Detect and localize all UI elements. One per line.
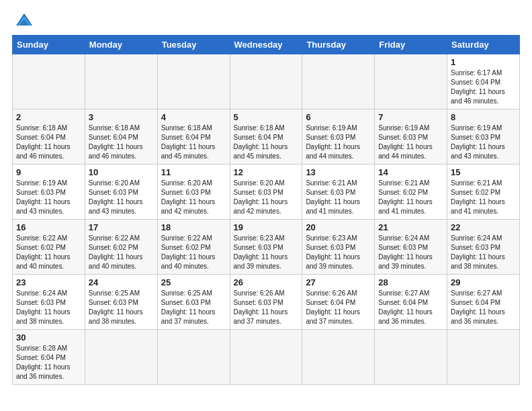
day-info: Sunrise: 6:24 AMSunset: 6:03 PMDaylight:… <box>451 234 516 271</box>
calendar-week-row: 30Sunrise: 6:28 AMSunset: 6:04 PMDayligh… <box>13 330 520 385</box>
day-info: Sunrise: 6:22 AMSunset: 6:02 PMDaylight:… <box>161 234 226 271</box>
calendar-cell: 4Sunrise: 6:18 AMSunset: 6:04 PMDaylight… <box>157 109 230 165</box>
calendar-cell: 10Sunrise: 6:20 AMSunset: 6:03 PMDayligh… <box>85 165 157 220</box>
day-info: Sunrise: 6:24 AMSunset: 6:03 PMDaylight:… <box>16 289 81 326</box>
day-number: 16 <box>16 222 81 232</box>
calendar-cell: 18Sunrise: 6:22 AMSunset: 6:02 PMDayligh… <box>157 220 230 275</box>
day-number: 14 <box>378 167 443 177</box>
calendar-cell <box>230 54 302 109</box>
day-info: Sunrise: 6:23 AMSunset: 6:03 PMDaylight:… <box>234 234 299 271</box>
calendar-cell: 21Sunrise: 6:24 AMSunset: 6:03 PMDayligh… <box>375 220 447 275</box>
day-number: 11 <box>161 167 226 177</box>
day-number: 9 <box>16 167 81 177</box>
calendar-cell <box>13 54 85 109</box>
day-info: Sunrise: 6:24 AMSunset: 6:03 PMDaylight:… <box>378 234 443 271</box>
calendar-cell: 1Sunrise: 6:17 AMSunset: 6:04 PMDaylight… <box>447 54 520 109</box>
day-number: 3 <box>89 112 154 122</box>
logo <box>12 12 34 28</box>
day-info: Sunrise: 6:25 AMSunset: 6:03 PMDaylight:… <box>89 289 154 326</box>
day-number: 17 <box>89 222 154 232</box>
calendar-cell: 3Sunrise: 6:18 AMSunset: 6:04 PMDaylight… <box>85 109 157 165</box>
day-info: Sunrise: 6:23 AMSunset: 6:03 PMDaylight:… <box>306 234 371 271</box>
day-number: 8 <box>451 112 516 122</box>
calendar-header-row: SundayMondayTuesdayWednesdayThursdayFrid… <box>13 36 520 54</box>
col-header-tuesday: Tuesday <box>157 36 230 54</box>
calendar-cell: 16Sunrise: 6:22 AMSunset: 6:02 PMDayligh… <box>13 220 85 275</box>
calendar-cell: 29Sunrise: 6:27 AMSunset: 6:04 PMDayligh… <box>447 275 520 330</box>
day-info: Sunrise: 6:18 AMSunset: 6:04 PMDaylight:… <box>89 124 154 161</box>
calendar-cell: 5Sunrise: 6:18 AMSunset: 6:04 PMDaylight… <box>230 109 302 165</box>
page: SundayMondayTuesdayWednesdayThursdayFrid… <box>0 0 532 397</box>
day-number: 24 <box>89 277 154 287</box>
day-number: 4 <box>161 112 226 122</box>
day-info: Sunrise: 6:20 AMSunset: 6:03 PMDaylight:… <box>234 179 299 216</box>
day-number: 5 <box>234 112 299 122</box>
col-header-monday: Monday <box>85 36 157 54</box>
calendar-cell: 30Sunrise: 6:28 AMSunset: 6:04 PMDayligh… <box>13 330 85 385</box>
calendar-cell: 22Sunrise: 6:24 AMSunset: 6:03 PMDayligh… <box>447 220 520 275</box>
calendar-cell <box>230 330 302 385</box>
day-info: Sunrise: 6:25 AMSunset: 6:03 PMDaylight:… <box>161 289 226 326</box>
calendar-week-row: 9Sunrise: 6:19 AMSunset: 6:03 PMDaylight… <box>13 165 520 220</box>
day-number: 27 <box>306 277 371 287</box>
calendar-cell <box>157 54 230 109</box>
day-info: Sunrise: 6:20 AMSunset: 6:03 PMDaylight:… <box>89 179 154 216</box>
day-number: 15 <box>451 167 516 177</box>
day-number: 10 <box>89 167 154 177</box>
calendar-cell: 26Sunrise: 6:26 AMSunset: 6:03 PMDayligh… <box>230 275 302 330</box>
day-info: Sunrise: 6:21 AMSunset: 6:03 PMDaylight:… <box>306 179 371 216</box>
day-number: 1 <box>451 57 516 67</box>
calendar-cell: 28Sunrise: 6:27 AMSunset: 6:04 PMDayligh… <box>375 275 447 330</box>
calendar-week-row: 1Sunrise: 6:17 AMSunset: 6:04 PMDaylight… <box>13 54 520 109</box>
calendar-cell: 24Sunrise: 6:25 AMSunset: 6:03 PMDayligh… <box>85 275 157 330</box>
calendar-cell: 12Sunrise: 6:20 AMSunset: 6:03 PMDayligh… <box>230 165 302 220</box>
day-number: 28 <box>378 277 443 287</box>
calendar-cell: 27Sunrise: 6:26 AMSunset: 6:04 PMDayligh… <box>302 275 375 330</box>
day-number: 22 <box>451 222 516 232</box>
calendar-cell <box>375 330 447 385</box>
day-info: Sunrise: 6:27 AMSunset: 6:04 PMDaylight:… <box>451 289 516 326</box>
col-header-friday: Friday <box>375 36 447 54</box>
col-header-saturday: Saturday <box>447 36 520 54</box>
day-info: Sunrise: 6:19 AMSunset: 6:03 PMDaylight:… <box>306 124 371 161</box>
calendar-week-row: 16Sunrise: 6:22 AMSunset: 6:02 PMDayligh… <box>13 220 520 275</box>
day-number: 12 <box>234 167 299 177</box>
calendar-cell <box>375 54 447 109</box>
calendar-cell <box>302 54 375 109</box>
calendar-cell: 20Sunrise: 6:23 AMSunset: 6:03 PMDayligh… <box>302 220 375 275</box>
calendar-cell: 15Sunrise: 6:21 AMSunset: 6:02 PMDayligh… <box>447 165 520 220</box>
day-info: Sunrise: 6:26 AMSunset: 6:04 PMDaylight:… <box>306 289 371 326</box>
day-info: Sunrise: 6:19 AMSunset: 6:03 PMDaylight:… <box>16 179 81 216</box>
header <box>12 12 520 28</box>
col-header-thursday: Thursday <box>302 36 375 54</box>
day-number: 7 <box>378 112 443 122</box>
day-info: Sunrise: 6:28 AMSunset: 6:04 PMDaylight:… <box>16 344 81 381</box>
day-info: Sunrise: 6:22 AMSunset: 6:02 PMDaylight:… <box>89 234 154 271</box>
calendar-cell: 17Sunrise: 6:22 AMSunset: 6:02 PMDayligh… <box>85 220 157 275</box>
calendar-week-row: 2Sunrise: 6:18 AMSunset: 6:04 PMDaylight… <box>13 109 520 165</box>
calendar-cell <box>85 54 157 109</box>
day-number: 20 <box>306 222 371 232</box>
calendar-cell: 14Sunrise: 6:21 AMSunset: 6:02 PMDayligh… <box>375 165 447 220</box>
calendar-cell: 25Sunrise: 6:25 AMSunset: 6:03 PMDayligh… <box>157 275 230 330</box>
day-number: 18 <box>161 222 226 232</box>
day-number: 23 <box>16 277 81 287</box>
day-info: Sunrise: 6:26 AMSunset: 6:03 PMDaylight:… <box>234 289 299 326</box>
logo-icon <box>15 12 34 27</box>
day-info: Sunrise: 6:19 AMSunset: 6:03 PMDaylight:… <box>378 124 443 161</box>
calendar-cell: 2Sunrise: 6:18 AMSunset: 6:04 PMDaylight… <box>13 109 85 165</box>
day-info: Sunrise: 6:20 AMSunset: 6:03 PMDaylight:… <box>161 179 226 216</box>
day-info: Sunrise: 6:18 AMSunset: 6:04 PMDaylight:… <box>16 124 81 161</box>
calendar-cell: 11Sunrise: 6:20 AMSunset: 6:03 PMDayligh… <box>157 165 230 220</box>
calendar: SundayMondayTuesdayWednesdayThursdayFrid… <box>12 35 520 385</box>
calendar-week-row: 23Sunrise: 6:24 AMSunset: 6:03 PMDayligh… <box>13 275 520 330</box>
col-header-sunday: Sunday <box>13 36 85 54</box>
day-number: 25 <box>161 277 226 287</box>
calendar-cell <box>85 330 157 385</box>
calendar-cell: 6Sunrise: 6:19 AMSunset: 6:03 PMDaylight… <box>302 109 375 165</box>
day-info: Sunrise: 6:27 AMSunset: 6:04 PMDaylight:… <box>378 289 443 326</box>
day-info: Sunrise: 6:17 AMSunset: 6:04 PMDaylight:… <box>451 68 516 106</box>
day-info: Sunrise: 6:22 AMSunset: 6:02 PMDaylight:… <box>16 234 81 271</box>
day-number: 19 <box>234 222 299 232</box>
calendar-cell: 13Sunrise: 6:21 AMSunset: 6:03 PMDayligh… <box>302 165 375 220</box>
